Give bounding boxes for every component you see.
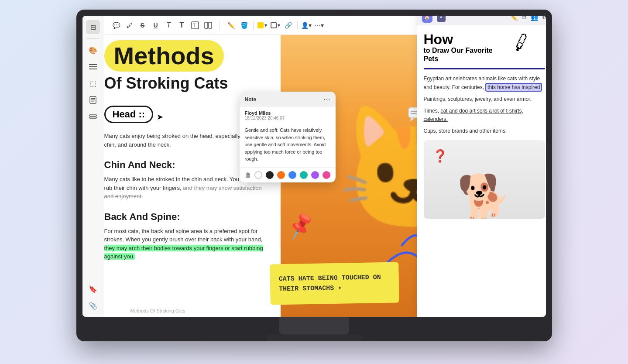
note-color-teal[interactable]: [300, 171, 308, 179]
arrow-right-icon: ➤: [157, 112, 163, 122]
comment-tool[interactable]: 💬: [110, 19, 123, 31]
rp-body-2: Paintings, sculptures, jewelry, and even…: [424, 95, 545, 103]
svg-rect-2: [89, 69, 97, 69]
toolbar-group-text: 💬 🖊 S U T T T: [110, 19, 214, 31]
svg-rect-1: [89, 66, 97, 67]
rp-body-3: Times, cat and dog art sells a lot of t-…: [424, 107, 545, 124]
rp-body-1: Egyptian art celebrates animals like cat…: [424, 75, 545, 91]
rp-copy-tool[interactable]: ⧉: [522, 16, 526, 21]
toolbar-sep-1: [220, 21, 220, 30]
note-color-black[interactable]: [266, 171, 274, 179]
note-menu-btn[interactable]: ⋯: [323, 95, 330, 103]
note-header: Note ⋯: [240, 92, 336, 107]
note-color-orange[interactable]: [277, 171, 285, 179]
link-tool[interactable]: 🔗: [282, 19, 295, 31]
text-bold-tool[interactable]: T: [176, 19, 188, 31]
textbox-tool[interactable]: T: [189, 19, 201, 31]
svg-rect-7: [89, 115, 96, 116]
note-footer: 🗑: [240, 167, 336, 182]
svg-rect-11: [205, 22, 208, 28]
note-body-text: Gentle and soft: Cats have relatively se…: [240, 122, 336, 167]
back-body-text: For most cats, the back and spine area i…: [104, 227, 270, 261]
svg-rect-6: [91, 101, 94, 102]
svg-rect-4: [91, 98, 95, 99]
monitor-frame: ⊟ 🎨 ⬚ 🔖 📎 💬 🖊 S U: [76, 10, 552, 341]
svg-rect-0: [89, 64, 97, 65]
note-author-name: Floyd Miles: [245, 110, 330, 116]
rp-dropdown-btn[interactable]: ▾: [437, 16, 446, 22]
rp-dog-image: ❓ 🐕: [424, 140, 545, 219]
highlight-tool[interactable]: 🖊: [124, 19, 136, 31]
note-date: 18/12/2023 20:46:07: [245, 116, 330, 120]
sidebar-item-pages[interactable]: [86, 93, 100, 107]
note-color-blue[interactable]: [288, 171, 296, 179]
rp-title-text-wrap: How to Draw Our Favorite Pets: [424, 32, 507, 63]
sticky-note: CATS HATE BEING TOUCHED ON THEIR STOMACH…: [270, 262, 399, 305]
monitor-base: [266, 334, 362, 341]
sidebar-item-format[interactable]: 🎨: [86, 43, 100, 57]
back-body-start: For most cats, the back and spine area i…: [104, 228, 263, 243]
svg-text:T: T: [193, 23, 196, 28]
toolbar-group-draw: ✏️ 🪣 ▾ ▾ 🔗 👤▾ ⋯▾: [225, 19, 326, 31]
rp-body-4: Cups, store brands and other items.: [424, 127, 545, 135]
svg-rect-5: [91, 100, 95, 100]
fill-tool[interactable]: 🪣: [238, 19, 251, 31]
sidebar-item-layers[interactable]: [86, 110, 100, 124]
sidebar-bottom: 🔖 📎: [86, 282, 100, 312]
toolbar-sep-3: [297, 21, 298, 30]
svg-rect-17: [411, 113, 417, 114]
columns-tool[interactable]: [202, 19, 214, 31]
underline-tool[interactable]: U: [150, 19, 162, 31]
svg-rect-8: [89, 117, 96, 118]
rp-title-rest: to Draw Our Favorite Pets: [424, 46, 507, 63]
sidebar-divider-1: [86, 38, 100, 39]
stroke-color-btn[interactable]: ▾: [269, 19, 281, 31]
rp-title-how: How: [424, 32, 507, 46]
note-color-pink[interactable]: [323, 171, 330, 179]
doc-title-main: Methods: [114, 44, 214, 68]
toolbar-sep-2: [253, 21, 254, 30]
rp-pen-icon: 🖊: [510, 30, 533, 55]
strikethrough-tool[interactable]: S: [137, 19, 149, 31]
rp-home-btn[interactable]: 🏠: [422, 16, 432, 23]
svg-marker-15: [410, 118, 414, 121]
right-panel-toolbar: 🏠 ▾ ✏️ ⧉ 👥 ⧉: [417, 16, 546, 25]
sticky-note-text: CATS HATE BEING TOUCHED ON THEIR STOMACH…: [278, 273, 390, 294]
right-panel-window: 🏠 ▾ ✏️ ⧉ 👥 ⧉ How to Draw Our Favorite Pe…: [417, 16, 546, 317]
note-color-none[interactable]: [254, 171, 262, 179]
svg-rect-12: [209, 22, 212, 28]
sidebar-item-view[interactable]: ⊟: [86, 20, 100, 34]
rp-pen-tool[interactable]: ✏️: [510, 16, 518, 21]
rp-users-tool[interactable]: 👥: [531, 16, 538, 21]
head-label-text: Head :: [113, 109, 142, 120]
note-popup: Note ⋯ Floyd Miles 18/12/2023 20:46:07 G…: [240, 92, 336, 182]
pencil-tool[interactable]: ✏️: [225, 19, 237, 31]
sidebar-item-layout[interactable]: ⬚: [86, 76, 100, 90]
user-mention-btn[interactable]: 👤▾: [300, 19, 312, 31]
color-fill-btn[interactable]: ▾: [256, 19, 268, 31]
rp-highlight-text: this horse has inspired: [485, 83, 542, 92]
sidebar-item-attach[interactable]: 📎: [86, 299, 100, 312]
rp-title-wrap: How to Draw Our Favorite Pets 🖊: [424, 32, 545, 63]
title-background: Methods: [104, 40, 224, 72]
left-sidebar: ⊟ 🎨 ⬚ 🔖 📎: [82, 16, 104, 317]
sidebar-item-list[interactable]: [86, 60, 100, 74]
rp-title-underline: [424, 68, 545, 69]
note-delete-btn[interactable]: 🗑: [245, 172, 251, 179]
right-panel-content: How to Draw Our Favorite Pets 🖊 Egyptian…: [417, 25, 546, 226]
monitor-screen: ⊟ 🎨 ⬚ 🔖 📎 💬 🖊 S U: [82, 16, 546, 317]
text-tool[interactable]: T: [163, 19, 175, 31]
sidebar-item-bookmark[interactable]: 🔖: [86, 282, 100, 296]
note-title: Note: [245, 96, 257, 103]
rp-more-tool[interactable]: ⧉: [542, 16, 546, 21]
back-body-highlight: they may arch their bodies towards your …: [104, 245, 263, 260]
head-label: Head :: [104, 106, 154, 123]
note-author-section: Floyd Miles 18/12/2023 20:46:07: [240, 107, 336, 122]
more-options-btn[interactable]: ⋯▾: [313, 19, 326, 31]
doc-subtitle: Of Stroking Cats: [104, 74, 347, 93]
rp-body-text-3: Times,: [424, 108, 439, 114]
monitor-stand: [279, 317, 349, 334]
rp-question-marks: ❓: [432, 149, 448, 163]
document-footer: Methods Of Stroking Cats: [130, 308, 185, 313]
note-color-purple[interactable]: [311, 171, 319, 179]
